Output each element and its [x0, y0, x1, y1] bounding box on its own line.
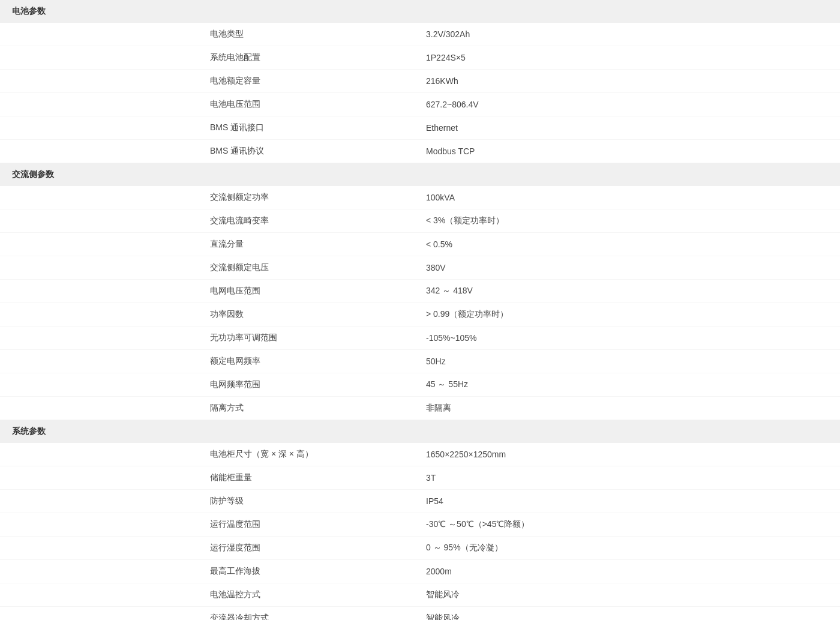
- row-empty-col: [0, 46, 198, 70]
- row-label: 电池电压范围: [198, 93, 414, 116]
- row-value: -30℃ ～50℃（>45℃降额）: [414, 513, 840, 537]
- table-row: 变流器冷却方式智能风冷: [0, 607, 840, 621]
- row-empty-col: [0, 513, 198, 537]
- row-empty-col: [0, 350, 198, 373]
- row-empty-col: [0, 70, 198, 93]
- row-label: 电池类型: [198, 23, 414, 46]
- table-row: 电网电压范围342 ～ 418V: [0, 280, 840, 303]
- row-value: 1P224S×5: [414, 46, 840, 70]
- row-label: 功率因数: [198, 303, 414, 327]
- table-row: 电池温控方式智能风冷: [0, 583, 840, 607]
- table-row: 电网频率范围45 ～ 55Hz: [0, 373, 840, 397]
- table-row: 交流侧额定电压380V: [0, 256, 840, 280]
- row-label: 交流侧额定功率: [198, 186, 414, 209]
- table-row: 储能柜重量3T: [0, 466, 840, 490]
- row-label: 电网电压范围: [198, 280, 414, 303]
- row-label: 无功功率可调范围: [198, 327, 414, 350]
- row-label: 额定电网频率: [198, 350, 414, 373]
- table-row: 运行湿度范围0 ～ 95%（无冷凝）: [0, 537, 840, 560]
- row-value: 1650×2250×1250mm: [414, 443, 840, 466]
- table-row: 无功功率可调范围-105%~105%: [0, 327, 840, 350]
- row-value: Modbus TCP: [414, 140, 840, 163]
- row-empty-col: [0, 443, 198, 466]
- row-value: Ethernet: [414, 116, 840, 140]
- row-empty-col: [0, 140, 198, 163]
- row-value: 非隔离: [414, 397, 840, 420]
- row-value: 0 ～ 95%（无冷凝）: [414, 537, 840, 560]
- table-row: 最高工作海拔2000m: [0, 560, 840, 583]
- row-value: 380V: [414, 256, 840, 280]
- row-empty-col: [0, 186, 198, 209]
- table-row: 防护等级IP54: [0, 490, 840, 513]
- row-label: 电池柜尺寸（宽 × 深 × 高）: [198, 443, 414, 466]
- table-row: BMS 通讯协议Modbus TCP: [0, 140, 840, 163]
- row-label: 防护等级: [198, 490, 414, 513]
- row-label: 电池额定容量: [198, 70, 414, 93]
- row-value: -105%~105%: [414, 327, 840, 350]
- row-label: 电池温控方式: [198, 583, 414, 607]
- section-header-battery-params: 电池参数: [0, 0, 840, 23]
- specs-table: 电池参数电池类型3.2V/302Ah系统电池配置1P224S×5电池额定容量21…: [0, 0, 840, 620]
- row-label: 运行湿度范围: [198, 537, 414, 560]
- table-row: 系统电池配置1P224S×5: [0, 46, 840, 70]
- table-row: 额定电网频率50Hz: [0, 350, 840, 373]
- row-value: 50Hz: [414, 350, 840, 373]
- row-empty-col: [0, 490, 198, 513]
- row-value: 627.2~806.4V: [414, 93, 840, 116]
- section-header-label: 电池参数: [0, 0, 840, 23]
- row-label: 交流电流畸变率: [198, 209, 414, 233]
- section-header-label: 系统参数: [0, 420, 840, 444]
- section-header-label: 交流侧参数: [0, 163, 840, 187]
- row-value: 2000m: [414, 560, 840, 583]
- row-empty-col: [0, 209, 198, 233]
- table-row: 交流电流畸变率< 3%（额定功率时）: [0, 209, 840, 233]
- row-label: 运行温度范围: [198, 513, 414, 537]
- table-row: 功率因数> 0.99（额定功率时）: [0, 303, 840, 327]
- section-header-system-params: 系统参数: [0, 420, 840, 444]
- row-label: 交流侧额定电压: [198, 256, 414, 280]
- row-label: BMS 通讯接口: [198, 116, 414, 140]
- row-empty-col: [0, 233, 198, 256]
- row-label: 直流分量: [198, 233, 414, 256]
- row-label: BMS 通讯协议: [198, 140, 414, 163]
- table-row: 隔离方式非隔离: [0, 397, 840, 420]
- row-value: 216KWh: [414, 70, 840, 93]
- row-label: 系统电池配置: [198, 46, 414, 70]
- row-value: 智能风冷: [414, 607, 840, 621]
- row-empty-col: [0, 397, 198, 420]
- row-empty-col: [0, 560, 198, 583]
- row-empty-col: [0, 93, 198, 116]
- row-value: < 3%（额定功率时）: [414, 209, 840, 233]
- row-label: 隔离方式: [198, 397, 414, 420]
- row-empty-col: [0, 373, 198, 397]
- table-row: 电池额定容量216KWh: [0, 70, 840, 93]
- row-empty-col: [0, 583, 198, 607]
- row-value: 3.2V/302Ah: [414, 23, 840, 46]
- row-empty-col: [0, 303, 198, 327]
- row-label: 最高工作海拔: [198, 560, 414, 583]
- table-row: 运行温度范围-30℃ ～50℃（>45℃降额）: [0, 513, 840, 537]
- row-value: > 0.99（额定功率时）: [414, 303, 840, 327]
- row-value: 45 ～ 55Hz: [414, 373, 840, 397]
- row-empty-col: [0, 537, 198, 560]
- row-empty-col: [0, 327, 198, 350]
- table-row: 电池柜尺寸（宽 × 深 × 高）1650×2250×1250mm: [0, 443, 840, 466]
- row-empty-col: [0, 256, 198, 280]
- row-empty-col: [0, 116, 198, 140]
- row-label: 储能柜重量: [198, 466, 414, 490]
- row-label: 变流器冷却方式: [198, 607, 414, 621]
- row-empty-col: [0, 23, 198, 46]
- row-value: 342 ～ 418V: [414, 280, 840, 303]
- row-value: 100kVA: [414, 186, 840, 209]
- table-row: 电池类型3.2V/302Ah: [0, 23, 840, 46]
- specs-table-container: 电池参数电池类型3.2V/302Ah系统电池配置1P224S×5电池额定容量21…: [0, 0, 840, 620]
- table-row: 交流侧额定功率100kVA: [0, 186, 840, 209]
- row-value: 3T: [414, 466, 840, 490]
- row-value: < 0.5%: [414, 233, 840, 256]
- section-header-ac-params: 交流侧参数: [0, 163, 840, 187]
- row-empty-col: [0, 607, 198, 621]
- table-row: 直流分量< 0.5%: [0, 233, 840, 256]
- row-value: IP54: [414, 490, 840, 513]
- row-empty-col: [0, 466, 198, 490]
- table-row: 电池电压范围627.2~806.4V: [0, 93, 840, 116]
